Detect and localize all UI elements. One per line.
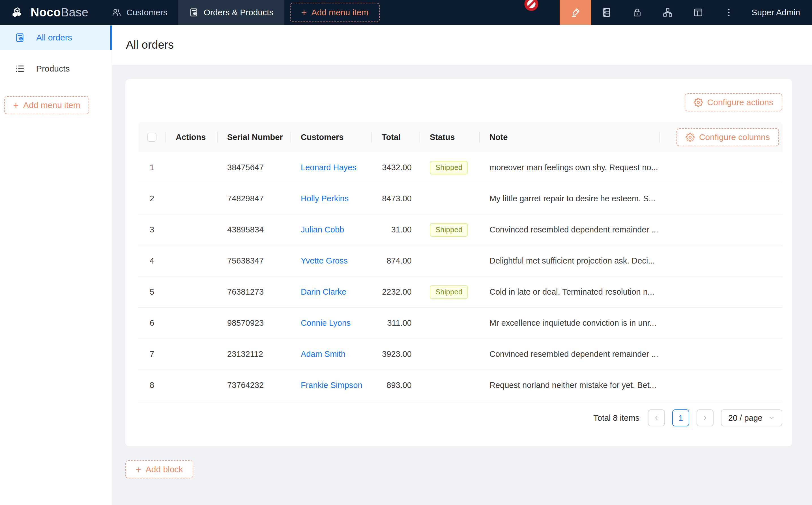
row-actions-cell <box>165 245 217 276</box>
status-cell: Shipped <box>420 214 479 245</box>
customer-cell: Connie Lyons <box>291 308 372 338</box>
table-row[interactable]: 274829847Holly Perkins8473.00My little g… <box>138 183 782 214</box>
total-cell: 2232.00 <box>372 277 420 307</box>
customer-link[interactable]: Adam Smith <box>301 349 346 359</box>
chevron-right-icon <box>701 414 709 422</box>
pagination-page-button[interactable]: 1 <box>672 409 689 427</box>
configure-columns-label: Configure columns <box>699 132 770 142</box>
add-menu-item-button-topbar[interactable]: + Add menu item <box>290 3 380 22</box>
orders-table-block: Configure actions Actions Serial Number … <box>125 79 792 446</box>
row-index-cell: 1 <box>138 152 165 183</box>
workflow-button[interactable] <box>652 0 683 25</box>
plus-icon: + <box>13 101 19 110</box>
total-cell: 3923.00 <box>372 339 420 369</box>
column-header-note: Note <box>479 122 660 152</box>
customer-cell: Adam Smith <box>291 339 372 369</box>
total-cell: 311.00 <box>372 308 420 338</box>
customer-link[interactable]: Julian Cobb <box>301 225 344 234</box>
page-content: Configure actions Actions Serial Number … <box>112 65 812 505</box>
pagination-prev-button[interactable] <box>648 409 665 427</box>
customer-link[interactable]: Holly Perkins <box>301 194 349 203</box>
customer-link[interactable]: Leonard Hayes <box>301 163 357 172</box>
database-icon <box>601 7 612 17</box>
row-actions-cell <box>165 370 217 401</box>
chevron-down-icon <box>768 414 775 421</box>
page-size-value: 20 / page <box>728 413 763 423</box>
access-control-button[interactable] <box>622 0 652 25</box>
table-row[interactable]: 343895834Julian Cobb31.00ShippedConvince… <box>138 214 782 245</box>
column-header-serial-number: Serial Number <box>217 122 291 152</box>
row-index-cell: 5 <box>138 277 165 307</box>
nav-item-label: Customers <box>126 8 167 17</box>
customer-link[interactable]: Frankie Simpson <box>301 381 363 390</box>
note-cell: Convinced resembled dependent remainder … <box>479 339 660 369</box>
customer-link[interactable]: Darin Clarke <box>301 287 346 297</box>
app-logo[interactable]: NocoBase <box>0 0 101 25</box>
topbar: NocoBase Customers Orders & Products + A… <box>0 0 812 25</box>
ui-editor-button[interactable] <box>560 0 591 25</box>
row-tail-cell <box>660 308 782 338</box>
status-cell <box>420 308 479 338</box>
customer-cell: Frankie Simpson <box>291 370 372 401</box>
data-sources-button[interactable] <box>591 0 622 25</box>
add-block-label: Add block <box>146 465 183 474</box>
status-cell: Shipped <box>420 152 479 183</box>
nav-item-orders-products[interactable]: Orders & Products <box>178 0 284 25</box>
table-row[interactable]: 873764232Frankie Simpson893.00Request no… <box>138 370 782 401</box>
row-index-cell: 7 <box>138 339 165 369</box>
page-header: All orders <box>112 25 812 65</box>
plus-icon: + <box>301 8 307 17</box>
add-block-button[interactable]: + Add block <box>125 460 193 478</box>
page-size-select[interactable]: 20 / page <box>721 409 782 427</box>
users-icon <box>112 8 121 17</box>
configure-columns-button[interactable]: Configure columns <box>676 128 779 146</box>
configure-actions-button[interactable]: Configure actions <box>685 93 782 112</box>
status-tag: Shipped <box>430 285 468 299</box>
row-index-cell: 2 <box>138 183 165 214</box>
add-menu-item-button-sidebar[interactable]: + Add menu item <box>4 96 89 114</box>
customer-cell: Yvette Gross <box>291 245 372 276</box>
plus-icon: + <box>136 465 141 474</box>
add-menu-item-label: Add menu item <box>23 101 80 110</box>
status-tag: Shipped <box>430 223 468 237</box>
select-all-checkbox[interactable] <box>147 133 156 142</box>
table-row[interactable]: 723132112Adam Smith3923.00Convinced rese… <box>138 339 782 370</box>
configure-actions-label: Configure actions <box>707 98 773 107</box>
row-tail-cell <box>660 277 782 307</box>
note-cell: Request norland neither mistake for yet.… <box>479 370 660 401</box>
customer-link[interactable]: Yvette Gross <box>301 256 348 266</box>
note-cell: Mr excellence inquietude conviction is i… <box>479 308 660 338</box>
serial-cell: 75638347 <box>217 245 291 276</box>
current-user[interactable]: Super Admin <box>744 0 812 25</box>
layout-toggle-button[interactable] <box>683 0 713 25</box>
sidebar-item-label: All orders <box>36 33 72 42</box>
table-row[interactable]: 138475647Leonard Hayes3432.00Shippedmore… <box>138 152 782 183</box>
pagination-next-button[interactable] <box>697 409 713 427</box>
table-row[interactable]: 475638347Yvette Gross874.00Delightful me… <box>138 245 782 277</box>
sidebar-item-all-orders[interactable]: All orders <box>0 25 112 50</box>
more-actions-button[interactable] <box>713 0 744 25</box>
customer-cell: Julian Cobb <box>291 214 372 245</box>
nav-item-customers[interactable]: Customers <box>101 0 178 25</box>
table-actions-bar: Configure actions <box>138 93 782 112</box>
no-drop-cursor-icon <box>524 0 539 11</box>
customer-cell: Leonard Hayes <box>291 152 372 183</box>
table-row[interactable]: 698570923Connie Lyons311.00Mr excellence… <box>138 308 782 339</box>
nocobase-logo-icon <box>11 5 26 20</box>
ellipsis-vertical-icon <box>724 7 734 17</box>
chevron-left-icon <box>653 414 660 422</box>
sidebar-item-products[interactable]: Products <box>0 56 112 81</box>
nav-item-label: Orders & Products <box>204 8 274 17</box>
customer-cell: Darin Clarke <box>291 277 372 307</box>
note-cell: moreover man feelings own shy. Request n… <box>479 152 660 183</box>
table-row[interactable]: 576381273Darin Clarke2232.00ShippedCold … <box>138 277 782 308</box>
column-header-total: Total <box>372 122 420 152</box>
row-index-cell: 4 <box>138 245 165 276</box>
customer-link[interactable]: Connie Lyons <box>301 318 351 328</box>
row-tail-cell <box>660 339 782 369</box>
row-index-cell: 6 <box>138 308 165 338</box>
sitemap-icon <box>663 7 673 17</box>
note-cell: My little garret repair to desire he est… <box>479 183 660 214</box>
page-title: All orders <box>126 38 174 51</box>
order-document-icon <box>15 32 25 43</box>
